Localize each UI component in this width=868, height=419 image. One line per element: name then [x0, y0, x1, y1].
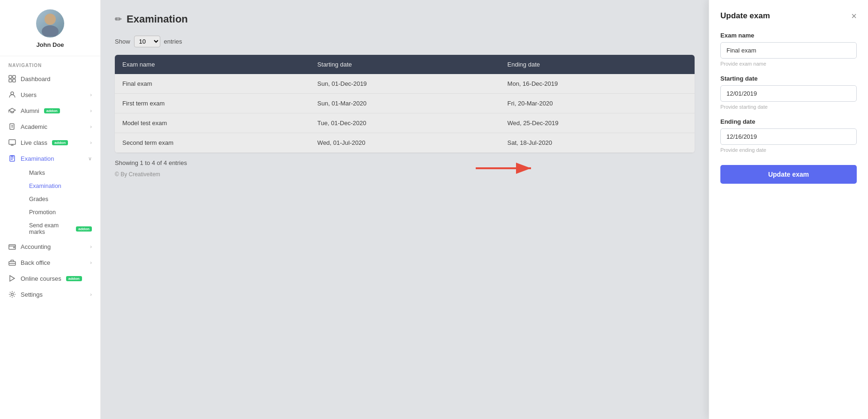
- svg-rect-4: [9, 79, 12, 82]
- wallet-icon: [8, 243, 16, 250]
- user-profile: John Doe: [0, 0, 100, 56]
- panel-title: Update exam: [720, 11, 770, 21]
- sidebar-item-settings[interactable]: Settings ›: [0, 286, 100, 302]
- chevron-right-icon: ›: [90, 92, 92, 97]
- play-icon: [8, 275, 16, 282]
- right-panel: Update exam × Exam name Provide exam nam…: [709, 0, 868, 419]
- cell-exam-name: First term exam: [115, 94, 310, 113]
- ending-date-group: Ending date Provide ending date: [720, 118, 857, 153]
- sidebar-item-label: Live class: [21, 139, 47, 146]
- sidebar-item-label: Dashboard: [21, 75, 51, 82]
- sidebar-item-label: Examination: [21, 155, 54, 162]
- subnav-marks[interactable]: Marks: [21, 166, 100, 180]
- exam-name-group: Exam name Provide exam name: [720, 32, 857, 67]
- svg-rect-7: [9, 140, 15, 144]
- exam-name-label: Exam name: [720, 32, 857, 39]
- cell-starting-date: Wed, 01-Jul-2020: [310, 133, 500, 153]
- exam-name-input[interactable]: [720, 42, 857, 59]
- sidebar-item-liveclass[interactable]: Live class addon ›: [0, 135, 100, 150]
- cell-ending-date: Mon, 16-Dec-2019: [500, 74, 695, 94]
- cell-ending-date: Fri, 20-Mar-2020: [500, 94, 695, 113]
- chevron-right-icon: ›: [90, 140, 92, 145]
- col-exam-name: Exam name: [115, 55, 310, 74]
- sidebar: John Doe NAVIGATION Dashboard Users › Al…: [0, 0, 101, 419]
- chevron-down-icon: ∨: [88, 156, 92, 162]
- main-inner: ✏ Examination Show 10 25 50 100 entries …: [101, 0, 709, 419]
- subnav-grades[interactable]: Grades: [21, 193, 100, 206]
- subnav-examination-label: Examination: [29, 183, 61, 189]
- subnav-promotion[interactable]: Promotion: [21, 206, 100, 219]
- pencil-icon: ✏: [115, 14, 122, 24]
- svg-rect-2: [9, 75, 12, 78]
- addon-badge-sendexam: addon: [76, 226, 92, 232]
- copyright-text: © By Creativeitem: [115, 166, 695, 182]
- chevron-right-icon: ›: [90, 292, 92, 297]
- chevron-right-icon: ›: [90, 124, 92, 129]
- subnav-examination[interactable]: Examination: [21, 180, 100, 193]
- starting-date-hint: Provide starting date: [720, 104, 857, 110]
- svg-point-10: [14, 247, 15, 248]
- book-icon: [8, 123, 16, 130]
- ending-date-input[interactable]: [720, 128, 857, 145]
- chevron-right-icon: ›: [90, 244, 92, 249]
- cell-exam-name: Final exam: [115, 74, 310, 94]
- sidebar-item-users[interactable]: Users ›: [0, 87, 100, 103]
- sidebar-item-dashboard[interactable]: Dashboard: [0, 71, 100, 87]
- clipboard-icon: [8, 155, 16, 162]
- nav-section-label: NAVIGATION: [0, 56, 100, 71]
- svg-point-1: [42, 25, 59, 37]
- table-row[interactable]: Second term exam Wed, 01-Jul-2020 Sat, 1…: [115, 133, 695, 153]
- subnav-sendexammarks[interactable]: Send exam marks addon: [21, 219, 100, 239]
- subnav-grades-label: Grades: [29, 196, 48, 202]
- ending-date-hint: Provide ending date: [720, 147, 857, 153]
- table-footer: Showing 1 to 4 of 4 entries: [115, 159, 695, 166]
- starting-date-label: Starting date: [720, 75, 857, 82]
- subnav-promotion-label: Promotion: [29, 209, 56, 216]
- sidebar-item-label: Users: [21, 91, 37, 98]
- user-icon: [8, 91, 16, 98]
- settings-icon: [8, 291, 16, 298]
- table-row[interactable]: Model test exam Tue, 01-Dec-2020 Wed, 25…: [115, 113, 695, 133]
- cell-starting-date: Sun, 01-Mar-2020: [310, 94, 500, 113]
- addon-badge: addon: [66, 276, 82, 281]
- cell-exam-name: Model test exam: [115, 113, 310, 133]
- ending-date-label: Ending date: [720, 118, 857, 125]
- page-title: Examination: [127, 13, 188, 25]
- graduation-icon: [8, 107, 16, 114]
- starting-date-group: Starting date Provide starting date: [720, 75, 857, 110]
- col-ending-date: Ending date: [500, 55, 695, 74]
- close-button[interactable]: ×: [851, 11, 857, 21]
- table-row[interactable]: First term exam Sun, 01-Mar-2020 Fri, 20…: [115, 94, 695, 113]
- avatar: [36, 9, 64, 37]
- sidebar-item-label: Academic: [21, 123, 47, 130]
- monitor-icon: [8, 139, 16, 146]
- starting-date-input[interactable]: [720, 85, 857, 102]
- sidebar-item-alumni[interactable]: Alumni addon ›: [0, 103, 100, 119]
- sidebar-item-accounting[interactable]: Accounting ›: [0, 239, 100, 254]
- sidebar-item-examination[interactable]: Examination ∨: [0, 150, 100, 166]
- main-content: ✏ Examination Show 10 25 50 100 entries …: [101, 0, 709, 419]
- svg-point-0: [45, 14, 56, 25]
- show-label: Show: [115, 38, 130, 45]
- sidebar-item-label: Settings: [21, 291, 43, 298]
- subnav-marks-label: Marks: [29, 170, 45, 176]
- subnav-sendexammarks-label: Send exam marks: [29, 222, 73, 235]
- cell-ending-date: Wed, 25-Dec-2019: [500, 113, 695, 133]
- svg-rect-3: [13, 75, 15, 78]
- sidebar-item-label: Online courses: [21, 275, 61, 282]
- page-header: ✏ Examination: [115, 13, 695, 25]
- svg-marker-12: [10, 276, 15, 281]
- update-exam-button[interactable]: Update exam: [720, 165, 857, 184]
- sidebar-item-academic[interactable]: Academic ›: [0, 119, 100, 135]
- sidebar-item-backoffice[interactable]: Back office ›: [0, 254, 100, 270]
- username-label: John Doe: [36, 41, 64, 48]
- sidebar-item-onlinecourses[interactable]: Online courses addon: [0, 270, 100, 286]
- entries-select[interactable]: 10 25 50 100: [134, 36, 160, 47]
- entries-label: entries: [164, 38, 182, 45]
- examination-subnav: Marks Examination Grades Promotion Send …: [0, 166, 100, 239]
- table-row[interactable]: Final exam Sun, 01-Dec-2019 Mon, 16-Dec-…: [115, 74, 695, 94]
- chevron-right-icon: ›: [90, 108, 92, 113]
- cell-exam-name: Second term exam: [115, 133, 310, 153]
- svg-point-13: [11, 293, 14, 296]
- cell-ending-date: Sat, 18-Jul-2020: [500, 133, 695, 153]
